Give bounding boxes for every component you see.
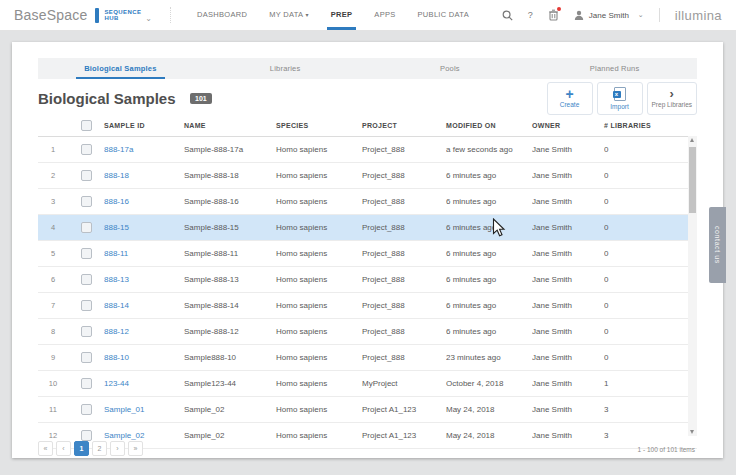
tab-planned-runs[interactable]: Planned Runs	[532, 58, 697, 79]
sample-id-link[interactable]: 888-17a	[104, 145, 184, 154]
nav-item-dashboard[interactable]: DASHBOARD	[186, 0, 258, 30]
contact-us-tab[interactable]: contact us	[709, 207, 726, 283]
pagination: «‹12›»	[38, 441, 697, 456]
row-checkbox[interactable]	[81, 196, 92, 207]
row-checkbox[interactable]	[81, 326, 92, 337]
user-menu[interactable]: Jane Smith ⌄	[574, 10, 644, 20]
tab-pools[interactable]: Pools	[368, 58, 533, 79]
row-checkbox[interactable]	[81, 378, 92, 389]
row-checkbox[interactable]	[81, 274, 92, 285]
table-scrollbar[interactable]	[688, 136, 697, 436]
scroll-up-icon[interactable]	[688, 136, 697, 145]
action-buttons: +CreatexImport›Prep Libraries	[547, 82, 697, 115]
nav-item-apps[interactable]: APPS	[363, 0, 406, 30]
table-row[interactable]: 5888-11Sample-888-11Homo sapiensProject_…	[38, 241, 697, 267]
nav-item-my-data[interactable]: MY DATA▾	[258, 0, 320, 30]
sample-name: Sample_02	[184, 431, 276, 440]
main-nav: DASHBOARDMY DATA▾PREPAPPSPUBLIC DATA	[186, 0, 480, 30]
prep-libraries-button[interactable]: ›Prep Libraries	[647, 82, 697, 115]
row-checkbox[interactable]	[81, 404, 92, 415]
owner: Jane Smith	[532, 171, 604, 180]
sample-id-link[interactable]: Sample_01	[104, 405, 184, 414]
column-header--libraries[interactable]: # LIBRARIES	[604, 122, 664, 129]
import-button[interactable]: xImport	[597, 82, 643, 115]
sample-id-link[interactable]: 888-15	[104, 223, 184, 232]
product-name[interactable]: SEQUENCE HUB	[104, 9, 141, 22]
column-header-species[interactable]: SPECIES	[276, 122, 362, 129]
sample-id-link[interactable]: Sample_02	[104, 431, 184, 440]
page-last-button[interactable]: »	[128, 441, 143, 456]
nav-item-public-data[interactable]: PUBLIC DATA	[407, 0, 480, 30]
row-number: 11	[38, 405, 68, 414]
select-all-checkbox[interactable]	[81, 120, 92, 131]
row-checkbox[interactable]	[81, 222, 92, 233]
column-header-name[interactable]: NAME	[184, 122, 276, 129]
sample-id-link[interactable]: 888-13	[104, 275, 184, 284]
basespace-logo[interactable]: BaseSpace	[14, 7, 87, 23]
owner: Jane Smith	[532, 223, 604, 232]
nav-item-prep[interactable]: PREP	[320, 0, 364, 30]
owner: Jane Smith	[532, 379, 604, 388]
sample-id-link[interactable]: 123-44	[104, 379, 184, 388]
sample-id-link[interactable]: 888-11	[104, 249, 184, 258]
row-checkbox[interactable]	[81, 352, 92, 363]
row-checkbox[interactable]	[81, 144, 92, 155]
page-first-button[interactable]: «	[38, 441, 53, 456]
sample-id-link[interactable]: 888-12	[104, 327, 184, 336]
libraries-count: 1	[604, 379, 664, 388]
table-row[interactable]: 6888-13Sample-888-13Homo sapiensProject_…	[38, 267, 697, 293]
modified-on: 6 minutes ago	[446, 171, 532, 180]
page-button-2[interactable]: 2	[92, 441, 107, 456]
sample-id-link[interactable]: 888-18	[104, 171, 184, 180]
table-row[interactable]: 4888-15Sample-888-15Homo sapiensProject_…	[38, 215, 697, 241]
column-header-modified-on[interactable]: MODIFIED ON	[446, 122, 532, 129]
search-icon[interactable]	[502, 10, 513, 21]
modified-on: October 4, 2018	[446, 379, 532, 388]
tab-libraries[interactable]: Libraries	[203, 58, 368, 79]
sample-name: Sample-888-13	[184, 275, 276, 284]
table-row[interactable]: 1888-17aSample-888-17aHomo sapiensProjec…	[38, 137, 697, 163]
help-icon[interactable]: ?	[528, 10, 533, 20]
table-body: 1888-17aSample-888-17aHomo sapiensProjec…	[38, 137, 697, 449]
column-header-owner[interactable]: OWNER	[532, 122, 604, 129]
sample-id-link[interactable]: 888-14	[104, 301, 184, 310]
modified-on: a few seconds ago	[446, 145, 532, 154]
row-checkbox[interactable]	[81, 300, 92, 311]
row-checkbox-cell	[68, 300, 104, 311]
row-checkbox[interactable]	[81, 170, 92, 181]
table-row[interactable]: 8888-12Sample-888-12Homo sapiensProject_…	[38, 319, 697, 345]
table-row[interactable]: 10123-44Sample123-44Homo sapiensMyProjec…	[38, 371, 697, 397]
table-row[interactable]: 7888-14Sample-888-14Homo sapiensProject_…	[38, 293, 697, 319]
select-all-cell	[68, 120, 104, 131]
scroll-down-icon[interactable]	[688, 427, 697, 436]
page-button-1[interactable]: 1	[74, 441, 89, 456]
header-right: ? Jane Smith ⌄ illumina	[502, 8, 736, 23]
row-checkbox-cell	[68, 248, 104, 259]
column-header-sample-id[interactable]: SAMPLE ID	[104, 122, 184, 129]
libraries-count: 0	[604, 145, 664, 154]
page-next-button[interactable]: ›	[110, 441, 125, 456]
species: Homo sapiens	[276, 275, 362, 284]
row-number: 2	[38, 171, 68, 180]
table-row[interactable]: 3888-16Sample-888-16Homo sapiensProject_…	[38, 189, 697, 215]
column-header-project[interactable]: PROJECT	[362, 122, 446, 129]
create-button[interactable]: +Create	[547, 82, 593, 115]
table-row[interactable]: 9888-10Sample888-10Homo sapiensProject_8…	[38, 345, 697, 371]
scrollbar-thumb[interactable]	[689, 147, 696, 213]
row-checkbox[interactable]	[81, 430, 92, 441]
sample-id-link[interactable]: 888-10	[104, 353, 184, 362]
sample-id-link[interactable]: 888-16	[104, 197, 184, 206]
owner: Jane Smith	[532, 405, 604, 414]
table-row[interactable]: 11Sample_01Sample_02Homo sapiensProject …	[38, 397, 697, 423]
species: Homo sapiens	[276, 145, 362, 154]
page-prev-button[interactable]: ‹	[56, 441, 71, 456]
row-checkbox[interactable]	[81, 248, 92, 259]
species: Homo sapiens	[276, 301, 362, 310]
row-number: 6	[38, 275, 68, 284]
tab-biological-samples[interactable]: Biological Samples	[38, 58, 203, 79]
product-chevron-down-icon[interactable]: ⌄	[145, 14, 152, 23]
trash-icon[interactable]	[548, 9, 559, 21]
table-row[interactable]: 2888-18Sample-888-18Homo sapiensProject_…	[38, 163, 697, 189]
basespace-app-window: BaseSpace SEQUENCE HUB ⌄ DASHBOARDMY DAT…	[0, 0, 736, 475]
species: Homo sapiens	[276, 405, 362, 414]
